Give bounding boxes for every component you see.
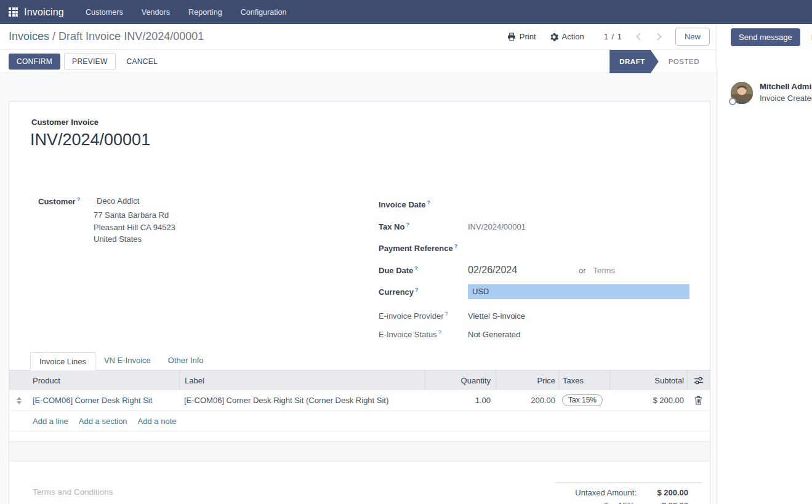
tax-no-help-icon[interactable]: ? <box>406 222 409 228</box>
customer-address: 77 Santa Barbara Rd Pleasant Hill CA 945… <box>94 209 175 246</box>
breadcrumb-current: Draft Invoice INV/2024/00001 <box>58 30 204 42</box>
sheet-bottom: Terms and Conditions Untaxed Amount: $ 2… <box>9 462 710 504</box>
tab-other-info[interactable]: Other Info <box>159 351 212 370</box>
payment-reference-label: Payment Reference? <box>379 243 468 253</box>
header-subtotal[interactable]: Subtotal <box>609 370 687 390</box>
tax-value: $ 30.00 <box>648 501 702 504</box>
app-name[interactable]: Invoicing <box>24 7 64 18</box>
payment-terms-link[interactable]: Terms <box>593 266 615 275</box>
terms-and-conditions-placeholder[interactable]: Terms and Conditions <box>33 487 113 497</box>
payment-reference-field: Payment Reference? <box>379 241 699 255</box>
add-a-line-link[interactable]: Add a line <box>33 417 68 426</box>
line-price[interactable]: 200.00 <box>496 396 558 405</box>
confirm-button[interactable]: CONFIRM <box>9 54 60 70</box>
main-area: Invoices / Draft Invoice INV/2024/00001 … <box>0 24 717 504</box>
einvoice-status-help-icon[interactable]: ? <box>438 329 441 335</box>
optional-columns-icon[interactable] <box>694 377 704 385</box>
control-panel-actions: Print Action 1 / 1 New <box>504 28 710 46</box>
tax-no-value[interactable]: INV/2024/00001 <box>468 222 526 231</box>
form-statusbar: CONFIRM PREVIEW CANCEL DRAFT POSTED <box>0 50 717 73</box>
print-button[interactable]: Print <box>504 30 540 44</box>
list-empty-space <box>9 431 710 441</box>
line-quantity[interactable]: 1.00 <box>425 396 496 405</box>
currency-help-icon[interactable]: ? <box>415 287 419 293</box>
print-label: Print <box>520 32 536 41</box>
currency-field: Currency? USD <box>379 284 699 299</box>
currency-label: Currency? <box>379 287 468 297</box>
fields-right-column: Invoice Date? Tax No? INV/2024/00001 Pay… <box>379 197 699 342</box>
add-a-section-link[interactable]: Add a section <box>79 417 127 426</box>
menu-customers[interactable]: Customers <box>78 3 131 22</box>
einvoice-provider-value[interactable]: Viettel S-invoice <box>468 311 525 321</box>
header-product[interactable]: Product <box>29 370 179 390</box>
tab-vn-einvoice[interactable]: VN E-Invoice <box>95 351 159 370</box>
line-label[interactable]: [E-COM06] Corner Desk Right Sit (Corner … <box>179 396 425 405</box>
add-a-note-link[interactable]: Add a note <box>138 417 177 426</box>
user-status-dot <box>729 98 736 105</box>
invoice-date-field: Invoice Date? <box>379 197 699 212</box>
message-event: Invoice Created <box>760 94 812 103</box>
einvoice-provider-help-icon[interactable]: ? <box>445 311 448 317</box>
invoice-number-title: INV/2024/00001 <box>30 130 150 150</box>
header-label[interactable]: Label <box>179 370 425 390</box>
header-quantity[interactable]: Quantity <box>425 370 496 390</box>
line-tax-badge[interactable]: Tax 15% <box>562 394 603 406</box>
notebook-tabs: Invoice Lines VN E-Invoice Other Info <box>9 352 710 370</box>
menu-configuration[interactable]: Configuration <box>233 3 295 22</box>
customer-field: Customer? Deco Addict 77 Santa Barbara R… <box>38 196 303 246</box>
pager-prev-icon[interactable] <box>636 33 644 41</box>
pager-next-icon[interactable] <box>654 33 662 41</box>
tab-invoice-lines[interactable]: Invoice Lines <box>30 352 95 370</box>
top-navbar: Invoicing Customers Vendors Reporting Co… <box>0 0 812 24</box>
invoice-line-row[interactable]: [E-COM06] Corner Desk Right Sit [E-COM06… <box>9 390 710 411</box>
gear-icon <box>550 33 558 41</box>
due-date-label: Due Date? <box>379 265 468 275</box>
due-date-help-icon[interactable]: ? <box>414 265 418 271</box>
send-message-button[interactable]: Send message <box>731 28 800 46</box>
cancel-button[interactable]: CANCEL <box>127 57 158 66</box>
row-drag-handle-icon[interactable] <box>17 397 22 404</box>
apps-grid-icon[interactable] <box>9 7 18 17</box>
chatter-actions: Send message Log note <box>717 24 812 46</box>
tax-no-label: Tax No? <box>379 222 468 231</box>
header-taxes[interactable]: Taxes <box>558 370 609 390</box>
currency-input[interactable]: USD <box>468 284 689 299</box>
menu-reporting[interactable]: Reporting <box>180 3 230 22</box>
status-widget: DRAFT POSTED <box>609 50 710 73</box>
lines-table-header: Product Label Quantity Price Taxes Subto… <box>9 370 710 390</box>
tax-label: Tax 15%: <box>555 501 648 504</box>
untaxed-amount-label: Untaxed Amount: <box>555 488 648 497</box>
status-draft[interactable]: DRAFT <box>609 50 658 73</box>
action-label: Action <box>562 32 584 41</box>
totals-block: Untaxed Amount: $ 200.00 Tax 15%: $ 30.0… <box>555 482 702 504</box>
invoice-date-help-icon[interactable]: ? <box>427 199 431 206</box>
or-text: or <box>579 266 586 275</box>
invoicing-app-window: Invoicing Customers Vendors Reporting Co… <box>0 0 812 504</box>
line-product[interactable]: [E-COM06] Corner Desk Right Sit <box>29 396 179 405</box>
status-posted[interactable]: POSTED <box>659 58 710 65</box>
preview-button[interactable]: PREVIEW <box>64 53 115 70</box>
untaxed-amount-row: Untaxed Amount: $ 200.00 <box>555 488 702 501</box>
menu-vendors[interactable]: Vendors <box>134 3 178 22</box>
einvoice-status-label: E-Invoice Status? <box>379 329 468 339</box>
action-button[interactable]: Action <box>546 30 588 44</box>
new-button[interactable]: New <box>675 28 710 46</box>
document-type-label: Customer Invoice <box>31 118 98 127</box>
address-line: Pleasant Hill CA 94523 <box>94 222 175 234</box>
customer-value[interactable]: Deco Addict <box>94 196 175 206</box>
address-line: 77 Santa Barbara Rd <box>94 209 175 222</box>
invoice-sheet: Customer Invoice INV/2024/00001 Customer… <box>9 101 710 504</box>
message-author[interactable]: Mitchell Admin <box>760 82 812 91</box>
list-footer-links: Add a line Add a section Add a note <box>9 411 710 431</box>
payment-reference-help-icon[interactable]: ? <box>454 243 458 249</box>
breadcrumb-invoices-link[interactable]: Invoices <box>9 30 49 42</box>
invoice-lines-table: Product Label Quantity Price Taxes Subto… <box>9 370 710 462</box>
tax-row: Tax 15%: $ 30.00 <box>555 501 702 504</box>
due-date-input[interactable]: 02/26/2024 <box>468 265 579 276</box>
einvoice-status-field: E-Invoice Status? Not Generated <box>379 327 699 342</box>
header-price[interactable]: Price <box>496 370 558 390</box>
einvoice-provider-field: E-invoice Provider? Viettel S-invoice <box>379 308 699 323</box>
einvoice-provider-label: E-invoice Provider? <box>379 311 468 321</box>
customer-help-icon[interactable]: ? <box>77 196 81 202</box>
delete-line-icon[interactable] <box>694 396 702 405</box>
